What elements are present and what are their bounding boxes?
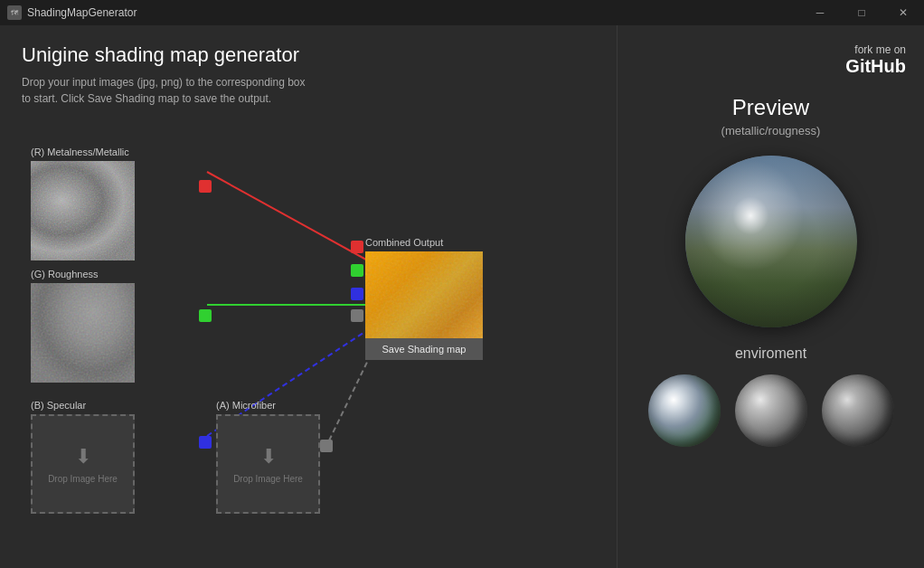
- roughness-input-box: (G) Roughness: [31, 269, 135, 383]
- environment-spheres: [648, 374, 894, 447]
- combined-output-image: Save Shading map: [365, 251, 483, 360]
- fork-text: fork me on: [845, 43, 906, 56]
- svg-line-3: [329, 347, 374, 440]
- metalness-input-box: (R) Metalness/Metallic: [31, 147, 135, 260]
- roughness-label: (G) Roughness: [31, 269, 135, 279]
- app-title: Unigine shading map generator: [22, 43, 595, 67]
- titlebar-controls: ─ □ ✕: [799, 0, 924, 25]
- specular-blue-connector: [199, 436, 212, 449]
- microfiber-input-box: (A) Microfiber ⬇ Drop Image Here: [216, 400, 320, 514]
- metalness-drop-zone[interactable]: [31, 161, 135, 260]
- left-panel: Unigine shading map generator Drop your …: [0, 25, 617, 568]
- maximize-button[interactable]: □: [841, 0, 882, 25]
- metalness-label: (R) Metalness/Metallic: [31, 147, 135, 157]
- combined-gray-connector: [351, 309, 363, 322]
- env-sphere-3[interactable]: [822, 374, 894, 447]
- microfiber-drop-zone[interactable]: ⬇ Drop Image Here: [216, 414, 320, 514]
- microfiber-label: (A) Microfiber: [216, 400, 320, 411]
- preview-title: Preview: [732, 95, 809, 120]
- canvas-area: (R) Metalness/Metallic (G) Roughness (B)…: [22, 128, 564, 517]
- metalness-red-connector: [199, 180, 212, 193]
- svg-line-0: [207, 172, 374, 264]
- environment-label: enviroment: [735, 346, 806, 362]
- drop-text-microfiber: Drop Image Here: [233, 474, 303, 484]
- right-panel: fork me on GitHub Preview (metallic/roug…: [617, 25, 924, 568]
- titlebar-title: ShadingMapGenerator: [27, 6, 137, 19]
- save-shading-map-button[interactable]: Save Shading map: [365, 338, 483, 360]
- roughness-green-connector: [199, 309, 212, 322]
- github-link[interactable]: fork me on GitHub: [845, 43, 906, 77]
- drop-text-specular: Drop Image Here: [48, 474, 118, 484]
- github-bold: GitHub: [845, 56, 906, 77]
- specular-drop-zone[interactable]: ⬇ Drop Image Here: [31, 414, 135, 514]
- combined-green-connector: [351, 264, 363, 277]
- specular-label: (B) Specular: [31, 400, 135, 411]
- env-sphere-2[interactable]: [735, 374, 807, 447]
- combined-label: Combined Output: [365, 237, 483, 248]
- app-description: Drop your input images (jpg, png) to the…: [22, 74, 595, 107]
- combined-blue-connector: [351, 288, 363, 300]
- roughness-drop-zone[interactable]: [31, 283, 135, 383]
- specular-input-box: (B) Specular ⬇ Drop Image Here: [31, 400, 135, 514]
- env-sphere-1[interactable]: [648, 374, 721, 447]
- combined-red-connector: [351, 241, 363, 253]
- titlebar: 🗺 ShadingMapGenerator ─ □ ✕: [0, 0, 924, 25]
- close-button[interactable]: ✕: [882, 0, 924, 25]
- combined-output-box: Combined Output Save Shading map: [365, 237, 483, 360]
- microfiber-gray-connector: [320, 440, 333, 452]
- minimize-button[interactable]: ─: [799, 0, 841, 25]
- app-icon: 🗺: [7, 5, 22, 20]
- main-content: Unigine shading map generator Drop your …: [0, 25, 924, 568]
- preview-subtitle: (metallic/rougness): [721, 124, 821, 137]
- preview-sphere: [685, 156, 857, 327]
- drop-icon-specular: ⬇: [75, 445, 91, 469]
- drop-icon-microfiber: ⬇: [260, 445, 277, 469]
